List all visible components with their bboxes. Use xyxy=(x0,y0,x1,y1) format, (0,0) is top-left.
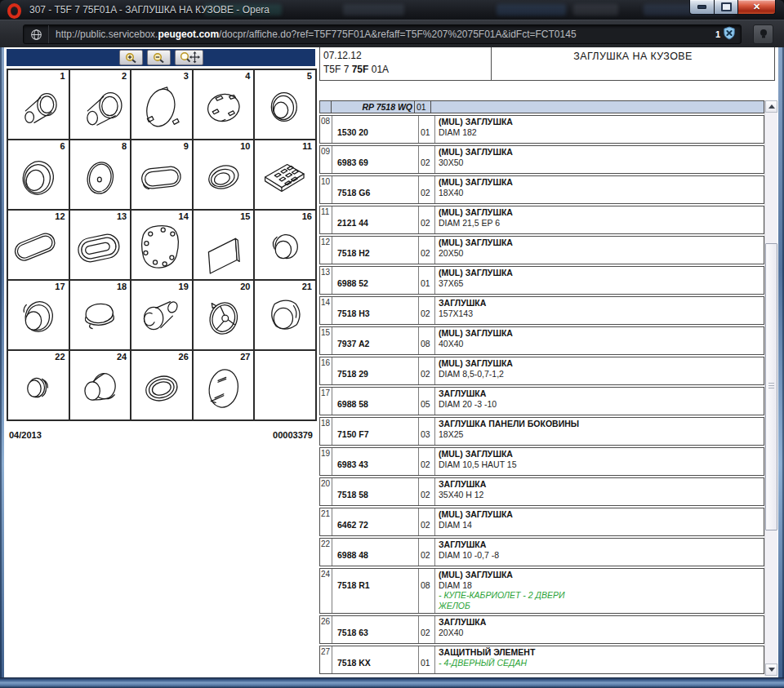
row-number: 19 xyxy=(320,448,332,475)
oval-recessed-drawing xyxy=(70,220,131,277)
disc-slots-drawing xyxy=(194,79,254,136)
zoom-out-button[interactable] xyxy=(147,50,171,65)
diagram-cell[interactable]: 14 xyxy=(131,210,193,280)
header-desc-cell xyxy=(431,101,764,113)
table-row[interactable]: 13 6988 52 01 (MUL) ЗАГЛУШКА 37X65 xyxy=(319,266,764,295)
scroll-down-button[interactable] xyxy=(765,664,777,676)
diagram-cell[interactable]: 16 xyxy=(254,210,316,280)
table-row[interactable]: 27 7518 KX 01 ЗАЩИТНЫЙ ЭЛЕМЕНТ - 4-ДВЕРН… xyxy=(319,646,764,674)
row-qty: 02 xyxy=(419,176,435,203)
table-row[interactable]: 15 7937 A2 08 (MUL) ЗАГЛУШКА 40X40 xyxy=(319,326,764,355)
diagram-cell[interactable]: 12 xyxy=(7,210,69,280)
table-row[interactable]: 22 6988 48 02 ЗАГЛУШКА DIAM 10 -0,7 -8 xyxy=(319,538,764,566)
table-row[interactable]: 08 1530 20 01 (MUL) ЗАГЛУШКА DIAM 182 xyxy=(319,115,764,144)
blocked-count-badge: 1 xyxy=(715,29,720,39)
row-ref: 6462 72 xyxy=(332,508,419,535)
maximize-button[interactable] xyxy=(715,0,737,15)
parts-table-body: 08 1530 20 01 (MUL) ЗАГЛУШКА DIAM 182 09… xyxy=(319,115,764,674)
flange-plug-drawing xyxy=(255,290,315,347)
diagram-cell[interactable]: 3 xyxy=(131,69,193,140)
diagram-cell[interactable]: 27 xyxy=(193,350,255,420)
row-number: 14 xyxy=(320,297,332,324)
table-row[interactable]: 09 6983 69 02 (MUL) ЗАГЛУШКА 30X50 xyxy=(319,145,764,174)
table-row[interactable]: 20 7518 58 02 ЗАГЛУШКА 35X40 H 12 xyxy=(319,477,764,506)
diagram-cell[interactable]: 6 xyxy=(7,140,69,210)
shield-block-icon[interactable] xyxy=(723,26,736,43)
diagram-cell[interactable]: 1 xyxy=(7,69,69,140)
row-ref: 7518 H2 xyxy=(332,237,419,264)
diagram-cell[interactable]: 21 xyxy=(254,280,316,350)
row-ref: 7518 KX xyxy=(332,646,419,673)
minimize-button[interactable] xyxy=(689,0,715,15)
row-desc: DIAM 10,5 HAUT 15 xyxy=(439,459,762,470)
row-desc-cell: ЗАГЛУШКА 157X143 xyxy=(435,297,764,324)
vertical-scrollbar[interactable] xyxy=(764,100,777,676)
diagram-cell[interactable]: 4 xyxy=(193,69,255,140)
diagram-cell[interactable]: 8 xyxy=(69,140,131,210)
table-row[interactable]: 21 6462 72 02 (MUL) ЗАГЛУШКА DIAM 14 xyxy=(319,508,764,536)
oval-plug-drawing xyxy=(194,149,254,206)
table-row[interactable]: 18 7150 F7 03 ЗАГЛУШКА ПАНЕЛИ БОКОВИНЫ 1… xyxy=(319,417,764,446)
row-desc-cell: (MUL) ЗАГЛУШКА 20X50 xyxy=(435,237,764,264)
row-name: (MUL) ЗАГЛУШКА xyxy=(439,237,762,248)
titlebar-blur-artifact xyxy=(497,4,566,16)
diagram-cell[interactable]: 5 xyxy=(254,69,316,140)
scroll-up-button[interactable] xyxy=(765,100,777,113)
window-titlebar: 307 - T5F 7 75F01A - ЗАГЛУШКА НА КУЗОВЕ … xyxy=(0,0,784,20)
table-row[interactable]: 12 7518 H2 02 (MUL) ЗАГЛУШКА 20X50 xyxy=(319,236,764,264)
zoom-out-icon xyxy=(150,52,167,64)
diagram-cell[interactable]: 18 xyxy=(69,280,131,350)
table-row[interactable]: 19 6983 43 02 (MUL) ЗАГЛУШКА DIAM 10,5 H… xyxy=(319,447,764,476)
row-desc-cell: (MUL) ЗАГЛУШКА DIAM 14 xyxy=(435,508,764,535)
row-desc: DIAM 8,5-0,7-1,2 xyxy=(439,369,762,380)
table-row[interactable]: 11 2121 44 02 (MUL) ЗАГЛУШКА DIAM 21,5 E… xyxy=(319,206,764,234)
table-row[interactable]: 17 6988 58 05 ЗАГЛУШКА DIAM 20 -3 -10 xyxy=(319,387,764,415)
diagram-cell[interactable]: 24 xyxy=(69,350,131,420)
row-desc: DIAM 21,5 EP 6 xyxy=(439,218,762,229)
diagram-cell[interactable]: 10 xyxy=(193,140,255,210)
row-desc-cell: ЗАГЛУШКА 35X40 H 12 xyxy=(435,478,764,505)
row-qty: 02 xyxy=(419,206,435,233)
diagram-cell[interactable]: 11 xyxy=(254,140,316,210)
row-note: - КУПЕ-КАБРИОЛЕТ - 2 ДВЕРИ xyxy=(439,590,762,601)
diagram-cell[interactable]: 17 xyxy=(7,280,69,350)
minimize-icon xyxy=(697,5,706,9)
row-qty: 02 xyxy=(419,146,435,173)
diagram-cell[interactable]: 13 xyxy=(69,210,131,280)
table-row[interactable]: 10 7518 G6 02 (MUL) ЗАГЛУШКА 18X40 xyxy=(319,175,764,204)
row-name: ЗАГЛУШКА xyxy=(439,298,762,308)
panel-toggle-button[interactable] xyxy=(753,24,773,44)
window-border-bottom xyxy=(0,677,784,688)
diagram-cell[interactable] xyxy=(254,350,316,420)
diagram-cell[interactable]: 9 xyxy=(131,140,193,210)
row-qty: 02 xyxy=(419,616,435,643)
diagram-cell[interactable]: 15 xyxy=(193,210,255,280)
scrollbar-thumb[interactable] xyxy=(765,243,777,530)
parts-table: RP 7518 WQ 01 08 1530 20 01 (MUL) ЗАГЛУШ… xyxy=(319,100,764,674)
table-row[interactable]: 26 7518 63 02 ЗАГЛУШКА 20X40 xyxy=(319,615,764,644)
diagram-cell[interactable]: 22 xyxy=(7,350,69,420)
diagram-cell[interactable]: 2 xyxy=(69,69,131,140)
zoom-in-button[interactable] xyxy=(119,50,143,65)
row-desc: 18X25 xyxy=(439,429,762,440)
oval-long-drawing xyxy=(131,149,192,206)
row-name: ЗАГЛУШКА xyxy=(439,617,762,628)
row-name: ЗАГЛУШКА ПАНЕЛИ БОКОВИНЫ xyxy=(439,419,762,429)
address-input[interactable]: http://public.servicebox.peugeot.com/doc… xyxy=(23,24,742,44)
row-qty: 08 xyxy=(419,569,435,613)
lightbulb-icon xyxy=(759,29,768,40)
diagram-cell[interactable]: 26 xyxy=(131,350,193,420)
table-row[interactable]: 14 7518 H3 02 ЗАГЛУШКА 157X143 xyxy=(319,296,764,325)
row-ref: 6983 43 xyxy=(332,448,419,475)
zoom-pan-button[interactable] xyxy=(175,50,203,65)
address-bar: http://public.servicebox.peugeot.com/doc… xyxy=(0,20,784,47)
row-desc: 20X50 xyxy=(439,248,762,259)
diagram-cell[interactable]: 19 xyxy=(131,280,193,350)
table-row[interactable]: 16 7518 29 02 (MUL) ЗАГЛУШКА DIAM 8,5-0,… xyxy=(319,357,764,385)
diagram-cell[interactable]: 20 xyxy=(193,280,255,350)
table-row[interactable]: 24 7518 R1 08 (MUL) ЗАГЛУШКА DIAM 18 - К… xyxy=(319,568,764,614)
flanged-cyl-drawing xyxy=(70,360,131,417)
row-desc-cell: (MUL) ЗАГЛУШКА 18X40 xyxy=(435,176,764,203)
close-button[interactable]: ✕ xyxy=(737,0,776,15)
row-name: (MUL) ЗАГЛУШКА xyxy=(439,177,762,188)
